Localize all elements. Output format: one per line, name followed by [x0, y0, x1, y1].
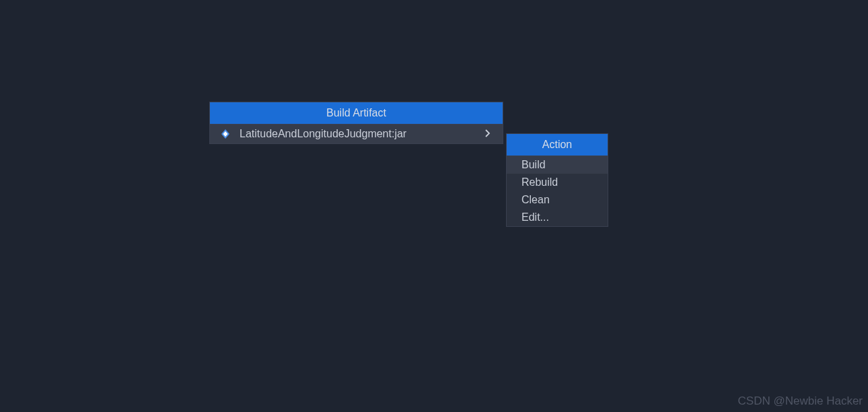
action-build[interactable]: Build — [507, 156, 608, 174]
artifact-label: LatitudeAndLongitudeJudgment:jar — [240, 128, 485, 140]
action-clean[interactable]: Clean — [507, 191, 608, 209]
action-popup: Action Build Rebuild Clean Edit... — [506, 133, 608, 227]
artifact-item[interactable]: LatitudeAndLongitudeJudgment:jar — [210, 125, 503, 143]
watermark: CSDN @Newbie Hacker — [738, 394, 863, 408]
build-artifact-popup: Build Artifact LatitudeAndLongitudeJudgm… — [209, 102, 503, 144]
action-edit[interactable]: Edit... — [507, 209, 608, 226]
popup-header: Build Artifact — [210, 102, 503, 125]
action-rebuild[interactable]: Rebuild — [507, 174, 608, 191]
action-header: Action — [507, 134, 608, 156]
artifact-icon — [219, 128, 231, 140]
chevron-right-icon — [485, 129, 493, 139]
